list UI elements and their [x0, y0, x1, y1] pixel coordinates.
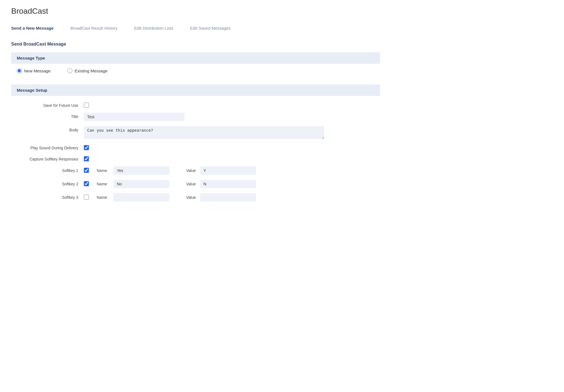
message-setup-body: Save for Future Use Title Body Can you s…: [11, 96, 380, 212]
capture-softkey-row: Capture Softkey Responses: [17, 155, 375, 161]
softkey-3-label: Softkey 3: [17, 195, 84, 200]
softkey-2-value-input[interactable]: [200, 180, 256, 188]
radio-existing-message-label: Existing Message: [75, 69, 108, 73]
title-row: Title: [17, 113, 375, 121]
softkey-1-name-label: Name: [97, 168, 111, 173]
radio-existing-message-input[interactable]: [67, 68, 72, 73]
capture-softkey-label: Capture Softkey Responses: [17, 155, 84, 161]
tab-send-new-message[interactable]: Send a New Message: [11, 23, 54, 33]
softkey-3-row: Softkey 3 Name Value: [17, 193, 375, 202]
send-broadcast-heading: Send BroadCast Message: [11, 42, 380, 47]
page-title: BroadCast: [11, 7, 380, 16]
softkey-3-value-input[interactable]: [200, 193, 256, 202]
radio-new-message[interactable]: New Message: [17, 68, 51, 73]
message-type-header: Message Type: [11, 52, 380, 64]
message-type-radio-group: New Message Existing Message: [11, 64, 380, 79]
play-sound-label: Play Sound During Delivery: [17, 144, 84, 150]
radio-existing-message[interactable]: Existing Message: [67, 68, 108, 73]
save-future-checkbox[interactable]: [84, 103, 89, 108]
softkey-2-row: Softkey 2 Name Value: [17, 180, 375, 188]
message-setup-panel: Message Setup Save for Future Use Title …: [11, 84, 380, 212]
body-row: Body Can you see this appearance?: [17, 126, 375, 139]
softkey-1-row: Softkey 1 Name Value: [17, 166, 375, 175]
play-sound-checkbox-wrapper: [84, 144, 89, 150]
softkey-1-value-label: Value: [186, 168, 197, 173]
save-future-label: Save for Future Use: [17, 101, 84, 108]
save-future-row: Save for Future Use: [17, 101, 375, 108]
title-input[interactable]: [84, 113, 184, 121]
nav-tabs: Send a New Message BroadCast Result Hist…: [11, 23, 380, 33]
softkey-2-value-label: Value: [186, 182, 197, 186]
softkey-2-name-label: Name: [97, 182, 111, 186]
softkey-1-label: Softkey 1: [17, 168, 84, 173]
page-wrapper: BroadCast Send a New Message BroadCast R…: [0, 0, 391, 219]
softkey-2-name-input[interactable]: [113, 180, 169, 188]
softkey-2-label: Softkey 2: [17, 182, 84, 186]
message-setup-header: Message Setup: [11, 84, 380, 96]
save-future-checkbox-wrapper: [84, 101, 89, 108]
softkey-1-value-input[interactable]: [200, 166, 256, 175]
softkey-2-checkbox[interactable]: [84, 181, 89, 186]
softkey-3-name-input[interactable]: [113, 193, 169, 202]
radio-new-message-label: New Message: [24, 69, 51, 73]
message-type-panel: Message Type New Message Existing Messag…: [11, 52, 380, 79]
softkey-3-value-label: Value: [186, 195, 197, 200]
radio-new-message-input[interactable]: [17, 68, 22, 73]
softkey-2-checkbox-wrapper: [84, 181, 92, 187]
body-label: Body: [17, 126, 84, 132]
softkey-3-name-label: Name: [97, 195, 111, 200]
softkey-3-checkbox-wrapper: [84, 195, 92, 200]
play-sound-checkbox[interactable]: [84, 145, 89, 150]
softkey-1-name-input[interactable]: [113, 166, 169, 175]
capture-softkey-checkbox[interactable]: [84, 156, 89, 161]
tab-broadcast-result-history[interactable]: BroadCast Result History: [70, 23, 117, 33]
capture-softkey-checkbox-wrapper: [84, 155, 89, 161]
softkey-3-checkbox[interactable]: [84, 195, 89, 200]
softkey-1-checkbox[interactable]: [84, 168, 89, 173]
tab-edit-saved-messages[interactable]: Edit Saved Messages: [190, 23, 231, 33]
play-sound-row: Play Sound During Delivery: [17, 144, 375, 150]
softkey-1-checkbox-wrapper: [84, 168, 92, 174]
title-label: Title: [17, 113, 84, 119]
body-textarea[interactable]: Can you see this appearance?: [84, 126, 324, 139]
tab-edit-distribution-lists[interactable]: Edit Distribution Lists: [134, 23, 173, 33]
